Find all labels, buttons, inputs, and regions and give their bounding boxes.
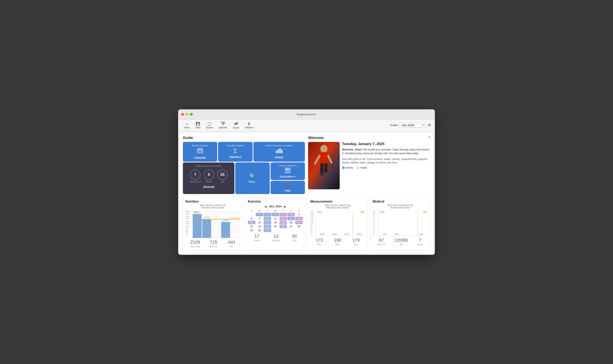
svg-rect-30 [320, 163, 323, 174]
radio-health-label: Health [360, 166, 367, 169]
maximize-button[interactable] [190, 113, 193, 116]
cal-prev-button[interactable]: ◀ [265, 205, 267, 208]
cal-day[interactable]: 19 [280, 221, 287, 224]
svg-rect-15 [280, 148, 281, 153]
toolbar-charts[interactable]: Charts [230, 121, 242, 130]
exercise-stats: 17 Cardio 13 Strength 30 Total [248, 234, 303, 242]
meas-max-label: Max. [335, 243, 340, 246]
svg-rect-23 [287, 171, 288, 172]
nutrition-subtitle: Nutrition: Total Calories [186, 207, 240, 209]
toolbar-home[interactable]: ⌂ Home [181, 121, 193, 130]
cal-grid: S M T W T F S 2 3 4 5 6 7 [248, 209, 303, 232]
cal-day[interactable]: 30 [256, 229, 263, 232]
cal-day[interactable]: 10 [264, 217, 271, 220]
cal-day[interactable]: 29 [248, 229, 255, 232]
toolbar-calendar-label: Calendar [219, 126, 227, 129]
cal-day[interactable]: 26 [280, 225, 287, 228]
toolbar-statistics-label: Statistics [245, 126, 253, 129]
cal-day[interactable]: 11 [272, 217, 279, 220]
cal-day[interactable]: 8 [248, 217, 255, 220]
med-avg-pr: 67 Avg. PR [377, 238, 385, 246]
calc-btn-sub: Fitness calculators [279, 164, 297, 167]
cal-day[interactable]: 28 [295, 225, 303, 228]
exercise-panel: Exercise ◀ DEC, 2024 ▶ S M T W T F S [245, 197, 305, 250]
toolbar-statistics[interactable]: Σ Statistics [242, 121, 256, 130]
cal-day[interactable]: 25 [272, 225, 279, 228]
cal-day[interactable]: 14 [295, 217, 303, 220]
cal-day[interactable]: 12 [280, 217, 287, 220]
cal-day[interactable]: 17 [264, 221, 271, 224]
calculators-button[interactable]: Fitness calculators [271, 162, 305, 180]
cal-day[interactable]: 9 [256, 217, 263, 220]
cal-day [287, 229, 295, 232]
cal-day[interactable]: 3 [264, 213, 271, 216]
med-bp-label: BP [400, 243, 403, 246]
radio-athletic[interactable]: Athletic [342, 166, 353, 169]
charts-guide-btn[interactable]: Analyze progress on graphs. Charts [253, 142, 305, 162]
cal-day[interactable]: 24 [264, 225, 271, 228]
cal-day[interactable]: 20 [287, 221, 295, 224]
meas-avg: 179 Avg. [352, 238, 360, 246]
cal-day[interactable] [248, 213, 255, 216]
settings-button[interactable]: ⚙ [427, 122, 432, 128]
profile-select[interactable]: John Smith [400, 123, 425, 128]
calendar-btn-label: Calendar [194, 156, 206, 159]
welcome-title: Welcome [308, 136, 430, 140]
find-button[interactable]: 🔍 Find... [235, 162, 270, 194]
charts-btn-sub: Analyze progress on graphs. [265, 144, 293, 147]
cal-day[interactable]: 5 [280, 213, 287, 216]
svg-rect-8 [200, 150, 200, 151]
measurements-title: Measurements [310, 200, 365, 203]
svg-rect-22 [286, 171, 287, 172]
cal-day[interactable]: 22 [248, 225, 255, 228]
cal-day[interactable]: 27 [287, 225, 295, 228]
toolbar-save[interactable]: 💾 Save [193, 121, 203, 130]
main-content: Guide Monthly progress [180, 133, 433, 253]
nutrition-date: [DEC-08-24 to JAN-07-25] [186, 204, 240, 207]
cal-day[interactable]: 7 [295, 213, 303, 216]
med-jan-label: ↑JAN [422, 211, 427, 213]
statistics-btn-label: Statistics [229, 155, 241, 158]
minimize-button[interactable] [186, 113, 188, 116]
med-sleep: 7 Sleep [417, 238, 423, 246]
save-icon: 💾 [196, 122, 200, 126]
svg-rect-19 [286, 170, 287, 171]
close-button[interactable] [181, 113, 184, 116]
cal-day[interactable]: 16 [256, 221, 263, 224]
statistics-btn-icon: Σ [234, 148, 237, 154]
mini-calendar: ◀ DEC, 2024 ▶ S M T W T F S 2 [248, 205, 303, 232]
exercise-strength: 13 Strength [272, 234, 280, 242]
radio-health[interactable]: Health [357, 166, 367, 169]
cal-day[interactable]: 2 [256, 213, 263, 216]
cal-day[interactable]: 18 [272, 221, 279, 224]
window-title: Weightmania Pro [297, 113, 316, 116]
nutrition-goal-line: Goal [2000.0] [192, 219, 240, 220]
missed-value: 0 [204, 169, 214, 180]
cal-day[interactable]: 13 [287, 217, 295, 220]
toolbar-journal[interactable]: 📋 Journal [203, 121, 216, 130]
calendar-guide-btn[interactable]: Monthly progress [183, 142, 217, 162]
svg-rect-11 [200, 152, 200, 152]
statistics-btn-sub: Calculate statistics [226, 144, 244, 147]
cal-day[interactable]: 6 [287, 213, 295, 216]
med-sleep-val: 7 [419, 238, 421, 243]
help-button[interactable]: ❓ Help [271, 181, 305, 194]
measurements-chart: 200180160140120100806040200 ↑DEC ↑JAN 19… [310, 210, 365, 236]
medical-date: [DEC-08-24 to JAN-07-25] [373, 204, 427, 207]
cal-day[interactable]: 15 [248, 221, 255, 224]
athlete-image [308, 142, 340, 189]
close-button[interactable]: ✕ [428, 135, 431, 139]
cal-next-button[interactable]: ▶ [284, 205, 286, 208]
meas-dec-label: ↑DEC [317, 211, 322, 213]
left-label: Left [221, 181, 224, 183]
cal-day[interactable]: 23 [256, 225, 263, 228]
toolbar-journal-label: Journal [206, 126, 213, 129]
cal-day[interactable]: 4 [272, 213, 279, 216]
toolbar-calendar[interactable]: 📅 Calendar [216, 121, 230, 130]
cal-day[interactable]: 21 [295, 221, 303, 224]
statistics-guide-btn[interactable]: Calculate statistics Σ Statistics [218, 142, 252, 162]
meas-max-val: 190 [334, 238, 341, 243]
cal-day[interactable]: 31 [264, 229, 271, 232]
find-icon: 🔍 [249, 173, 256, 180]
calc-icon [285, 168, 291, 174]
